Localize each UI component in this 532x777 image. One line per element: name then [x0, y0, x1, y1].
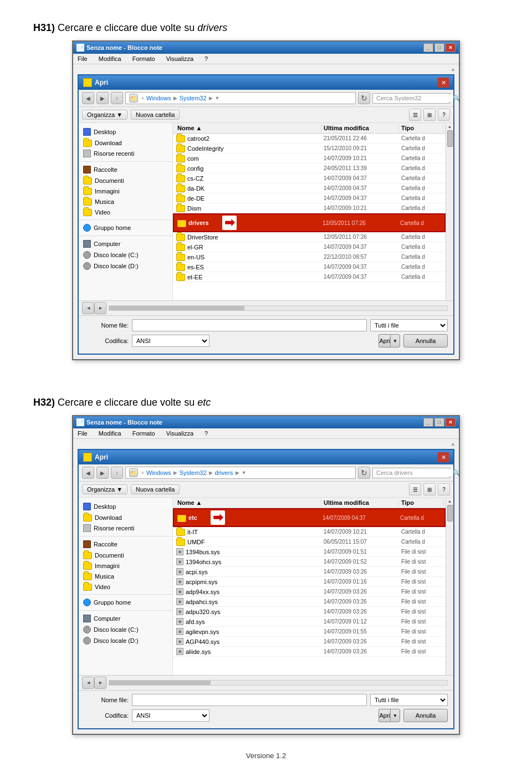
- menu-formato-2[interactable]: Formato: [130, 430, 157, 437]
- path-system32-1[interactable]: System32: [180, 95, 207, 101]
- close-btn-1[interactable]: ✕: [446, 43, 456, 52]
- nav-computer-2[interactable]: Computer: [79, 613, 172, 624]
- scroll-up-2[interactable]: ▲: [448, 498, 452, 504]
- nav-download-1[interactable]: Download: [79, 137, 172, 148]
- nav-right-2[interactable]: ▶: [94, 677, 106, 689]
- file-row-itit[interactable]: it-IT 14/07/2009 10:21 Cartella d: [173, 527, 446, 537]
- file-row-catroot2[interactable]: catroot2 21/05/2011 22:46 Cartella d: [173, 134, 446, 144]
- file-row-adp94xx[interactable]: ⚙ adp94xx.sys 14/07/2009 03:26 File di s…: [173, 587, 446, 597]
- restore-btn-2[interactable]: □: [434, 418, 444, 427]
- menu-visualizza-2[interactable]: Visualizza: [164, 430, 196, 437]
- codifica-select-2[interactable]: ANSI: [132, 709, 209, 722]
- nav-raccolte-1[interactable]: Raccolte: [79, 164, 172, 175]
- file-row-afd[interactable]: ⚙ afd.sys 14/07/2009 01:12 File di sist: [173, 617, 446, 627]
- nav-desktop-2[interactable]: Desktop: [79, 501, 172, 512]
- file-row-acpi[interactable]: ⚙ acpi.sys 14/07/2009 03:26 File di sist: [173, 567, 446, 577]
- file-row-dadk[interactable]: da-DK 14/07/2009 04:37 Cartella d: [173, 183, 446, 193]
- apri-split-btn-2[interactable]: Apri ▼: [378, 709, 400, 722]
- filename-input-2[interactable]: [132, 694, 367, 706]
- apri-dropdown-1[interactable]: ▼: [390, 334, 400, 347]
- nav-immagini-1[interactable]: Immagini: [79, 186, 172, 196]
- file-row-adpahci[interactable]: ⚙ adpahci.sys 14/07/2009 03:26 File di s…: [173, 597, 446, 607]
- nav-video-2[interactable]: Video: [79, 581, 172, 592]
- nav-desktop-1[interactable]: Desktop: [79, 126, 172, 137]
- organize-btn-1[interactable]: Organizza ▼: [82, 110, 127, 120]
- dialog-close-2[interactable]: ✕: [438, 452, 449, 462]
- minimize-btn-2[interactable]: _: [423, 418, 433, 427]
- nav-right-1[interactable]: ▶: [94, 302, 106, 314]
- view-grid-btn-2[interactable]: ⊞: [423, 483, 436, 495]
- nav-raccolte-2[interactable]: Raccolte: [79, 539, 172, 550]
- file-row-config[interactable]: config 24/05/2011 13:39 Cartella d: [173, 163, 446, 173]
- scroll-thumb-1[interactable]: [447, 130, 453, 147]
- nav-musica-2[interactable]: Musica: [79, 571, 172, 581]
- nav-gruppo-1[interactable]: Gruppo home: [79, 222, 172, 233]
- path-drivers-2[interactable]: drivers: [215, 469, 233, 476]
- annulla-btn-1[interactable]: Annulla: [403, 334, 448, 347]
- nav-left-1[interactable]: ◀: [82, 302, 94, 314]
- help-btn-2[interactable]: ?: [438, 483, 450, 495]
- file-row-agp440[interactable]: ⚙ AGP440.sys 14/07/2009 03:26 File di si…: [173, 637, 446, 647]
- file-row-1394bus[interactable]: ⚙ 1394bus.sys 14/07/2009 01:51 File di s…: [173, 547, 446, 557]
- menu-help-1[interactable]: ?: [202, 55, 210, 63]
- menu-file-1[interactable]: File: [75, 55, 90, 63]
- file-row-eses[interactable]: es-ES 14/07/2009 04:37 Cartella d: [173, 262, 446, 272]
- file-row-1394ohci[interactable]: ⚙ 1394ohci.sys 14/07/2009 01:52 File di …: [173, 557, 446, 567]
- search-input-1[interactable]: [376, 95, 453, 101]
- minimize-btn-1[interactable]: _: [423, 43, 433, 52]
- file-row-cscz[interactable]: cs-CZ 14/07/2009 04:37 Cartella d: [173, 173, 446, 183]
- organize-btn-2[interactable]: Organizza ▼: [82, 484, 127, 494]
- nav-recent-2[interactable]: Risorse recenti: [79, 523, 172, 534]
- file-row-com[interactable]: com 14/07/2009 10:21 Cartella d: [173, 154, 446, 163]
- file-row-aliide[interactable]: ⚙ aliide.sys 14/07/2009 03:26 File di si…: [173, 647, 446, 657]
- nav-diskd-1[interactable]: Disco locale (D:): [79, 260, 172, 272]
- view-list-btn-2[interactable]: ☰: [409, 483, 421, 495]
- up-btn-2[interactable]: ↑: [111, 467, 123, 479]
- annulla-btn-2[interactable]: Annulla: [403, 709, 448, 722]
- path-dropdown-2[interactable]: ▼: [242, 470, 247, 476]
- view-grid-btn-1[interactable]: ⊞: [423, 109, 436, 121]
- nav-left-2[interactable]: ◀: [82, 677, 94, 689]
- scrollbar-1[interactable]: ▲: [446, 123, 453, 300]
- menu-modifica-2[interactable]: Modifica: [96, 430, 124, 437]
- file-row-dism[interactable]: Dism 14/07/2009 10:21 Cartella d: [173, 203, 446, 213]
- nav-download-2[interactable]: Download: [79, 512, 172, 523]
- file-row-codeintegrity[interactable]: CodeIntegrity 15/12/2010 09:21 Cartella …: [173, 144, 446, 154]
- col-name-2[interactable]: Nome ▲: [175, 499, 321, 507]
- file-row-drivers[interactable]: drivers ➡ 12/05/2011 07:26 Cartella d: [173, 213, 446, 232]
- file-row-umdf[interactable]: UMDF 06/05/2011 15:07 Cartella d: [173, 537, 446, 547]
- scroll-thumb-2[interactable]: [447, 505, 453, 522]
- nav-diskc-2[interactable]: Disco locale (C:): [79, 624, 172, 635]
- filename-input-1[interactable]: [132, 319, 367, 331]
- path-windows-1[interactable]: Windows: [146, 95, 171, 101]
- apri-btn-1[interactable]: Apri: [378, 334, 390, 347]
- address-path-1[interactable]: 📁 « Windows ▶ System32 ▶ ▼: [125, 92, 356, 104]
- nav-computer-1[interactable]: Computer: [79, 238, 172, 249]
- menu-help-2[interactable]: ?: [202, 430, 210, 437]
- col-name-1[interactable]: Nome ▲: [175, 124, 321, 132]
- file-row-elgr[interactable]: el-GR 14/07/2009 04:37 Cartella d: [173, 242, 446, 252]
- nav-recent-1[interactable]: Risorse recenti: [79, 148, 172, 159]
- scroll-up-1[interactable]: ▲: [448, 123, 452, 129]
- menu-visualizza-1[interactable]: Visualizza: [164, 55, 196, 63]
- scrollbar-2[interactable]: ▲: [446, 498, 453, 675]
- file-row-etee[interactable]: et-EE 14/07/2009 04:37 Cartella d: [173, 272, 446, 282]
- file-row-driverstore[interactable]: DriverStore 12/05/2011 07:26 Cartella d: [173, 232, 446, 242]
- file-row-agilevpn[interactable]: ⚙ agilevpn.sys 14/07/2009 01:55 File di …: [173, 627, 446, 637]
- restore-btn-1[interactable]: □: [434, 43, 444, 52]
- scrollbar-h-1[interactable]: [109, 305, 448, 311]
- view-list-btn-1[interactable]: ☰: [409, 109, 421, 121]
- menu-file-2[interactable]: File: [75, 430, 90, 437]
- col-type-2[interactable]: Tipo: [399, 499, 443, 507]
- dialog-close-1[interactable]: ✕: [438, 78, 449, 88]
- forward-btn-2[interactable]: ▶: [96, 467, 109, 479]
- refresh-btn-1[interactable]: ↻: [358, 92, 370, 104]
- new-folder-btn-1[interactable]: Nuova cartella: [131, 110, 180, 120]
- help-btn-1[interactable]: ?: [438, 109, 450, 121]
- apri-btn-2[interactable]: Apri: [378, 709, 390, 722]
- file-filter-select-2[interactable]: Tutti i file: [370, 694, 448, 706]
- back-btn-1[interactable]: ◀: [82, 92, 94, 104]
- file-filter-select-1[interactable]: Tutti i file: [370, 319, 448, 331]
- nav-diskc-1[interactable]: Disco locale (C:): [79, 249, 172, 260]
- file-row-acpipmi[interactable]: ⚙ acpipmi.sys 14/07/2009 01:16 File di s…: [173, 577, 446, 587]
